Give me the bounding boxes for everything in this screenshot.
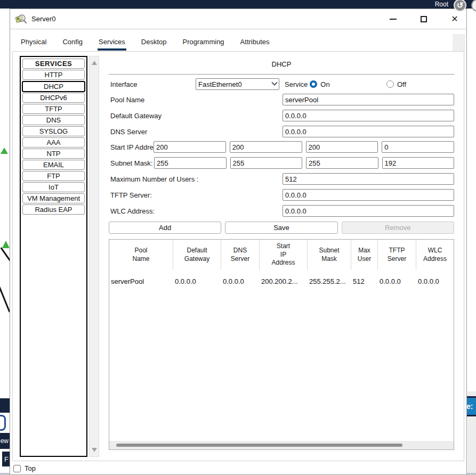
undo-glyph: ↺ [457,1,464,10]
table-header-row: Pool Name Default Gateway DNS Server Sta… [109,240,454,270]
services-scrollbar[interactable] [89,56,99,457]
services-list: SERVICES HTTP DHCP DHCPv6 TFTP DNS SYSLO… [20,56,87,457]
subnet-mask-octet-4[interactable] [382,157,455,169]
sidebar-item-aaa[interactable]: AAA [22,137,85,148]
minimize-button[interactable] [385,12,400,27]
subnet-mask-octet-2[interactable] [230,157,303,169]
tab-programming[interactable]: Programming [182,35,225,51]
maximize-button[interactable] [416,12,431,27]
start-ip-row: Start IP Address : [109,141,454,153]
cell-tftp-server: 0.0.0.0 [378,277,416,285]
close-button[interactable]: ✕ [447,12,462,27]
subnet-mask-row: Subnet Mask: [109,157,454,169]
sidebar-item-ftp[interactable]: FTP [22,171,85,181]
service-off-group: Off [384,80,406,88]
max-users-row: Maximum Number of Users : [109,173,454,185]
root-user-label: Root [435,1,448,8]
interface-select[interactable]: FastEthernet0 [196,78,279,90]
services-list-header: SERVICES [22,59,85,69]
service-on-label: On [320,80,329,88]
sidebar-item-dhcp[interactable]: DHCP [22,81,85,92]
close-icon: ✕ [451,15,458,23]
minimize-icon [390,19,397,20]
service-off-label: Off [397,80,406,88]
remove-button[interactable]: Remove [342,222,454,234]
tab-physical[interactable]: Physical [20,35,47,51]
scroll-up-icon[interactable] [92,61,97,65]
dhcp-pool-table: Pool Name Default Gateway DNS Server Sta… [109,239,454,450]
max-users-input[interactable] [283,173,454,185]
tab-desktop[interactable]: Desktop [140,35,168,51]
service-on-group: Service On [285,80,330,88]
cell-dns-server: 0.0.0.0 [221,277,260,285]
col-header-start-ip: Start IP Address [260,240,308,270]
start-ip-octet-1[interactable] [154,141,226,153]
tftp-server-label: TFTP Server: [109,191,283,199]
sidebar-item-dns[interactable]: DNS [22,115,85,125]
start-ip-octet-3[interactable] [306,141,378,153]
interface-label: Interface [109,80,196,88]
chevron-down-icon [271,80,277,86]
default-gateway-row: Default Gateway [109,110,454,121]
add-button[interactable]: Add [109,222,221,234]
os-top-bar: Root [0,0,476,9]
cell-default-gateway: 0.0.0.0 [173,277,221,285]
sidebar-item-email[interactable]: EMAIL [22,160,85,170]
action-buttons-row: Add Save Remove [109,222,454,234]
background-button-fragment [0,415,6,431]
start-ip-octet-4[interactable] [382,141,454,153]
subnet-mask-octet-1[interactable] [154,157,227,169]
subnet-mask-octet-3[interactable] [306,157,378,169]
page-title: DHCP [109,60,454,68]
background-label-fragment: F [2,452,10,466]
packet-tracer-icon [15,13,27,25]
default-gateway-input[interactable] [283,110,454,121]
link-arrow-icon [2,241,10,248]
col-header-dns-server: DNS Server [221,240,260,270]
col-header-default-gateway: Default Gateway [173,240,221,270]
services-tab-page: SERVICES HTTP DHCP DHCPv6 TFTP DNS SYSLO… [12,51,464,461]
tab-services[interactable]: Services [98,35,126,51]
table-row[interactable]: serverPool 0.0.0.0 0.0.0.0 200.200.2... … [109,277,454,285]
interface-row: Interface FastEthernet0 Service On Off [109,78,454,90]
window-title: Server0 [31,15,56,23]
wlc-address-input[interactable] [283,205,454,217]
sidebar-item-iot[interactable]: IoT [22,182,85,192]
save-button[interactable]: Save [225,222,337,234]
top-checkbox[interactable] [13,465,21,472]
wlc-address-row: WLC Address: [109,205,454,217]
partial-toolbar-icon [471,0,476,12]
sidebar-item-http[interactable]: HTTP [22,70,85,80]
service-on-radio[interactable] [310,80,317,88]
table-horizontal-scrollbar[interactable] [109,441,454,449]
col-header-tftp-server: TFTP Server [378,240,416,270]
scrollbar-thumb[interactable] [116,444,402,447]
pool-name-input[interactable] [283,94,454,105]
top-checkbox-label: Top [25,464,36,472]
service-off-radio[interactable] [386,80,394,88]
tftp-server-row: TFTP Server: [109,189,454,201]
tab-attributes[interactable]: Attributes [239,35,271,51]
start-ip-label: Start IP Address : [109,143,154,151]
sidebar-item-vm-management[interactable]: VM Management [22,193,85,203]
server-dialog-window: Server0 ✕ Physical Config Services Deskt… [10,9,467,475]
tftp-server-input[interactable] [283,189,454,201]
title-bar: Server0 ✕ [10,9,466,29]
service-label: Service [285,80,308,88]
subnet-mask-label: Subnet Mask: [109,159,154,167]
sidebar-item-syslog[interactable]: SYSLOG [22,126,85,136]
dns-server-input[interactable] [283,126,454,137]
col-header-max-user: Max User [351,240,378,270]
max-users-label: Maximum Number of Users : [109,175,283,183]
wlc-address-label: WLC Address: [109,207,283,215]
col-header-wlc-address: WLC Address [416,240,454,270]
start-ip-octet-2[interactable] [230,141,302,153]
tab-bar-filler [453,34,465,51]
sidebar-item-radius-eap[interactable]: Radius EAP [22,204,85,215]
sidebar-item-dhcpv6[interactable]: DHCPv6 [22,93,85,103]
sidebar-item-ntp[interactable]: NTP [22,149,85,159]
sidebar-item-tftp[interactable]: TFTP [22,104,85,114]
scroll-down-icon[interactable] [92,448,97,452]
divider [109,74,454,75]
tab-config[interactable]: Config [61,35,84,51]
